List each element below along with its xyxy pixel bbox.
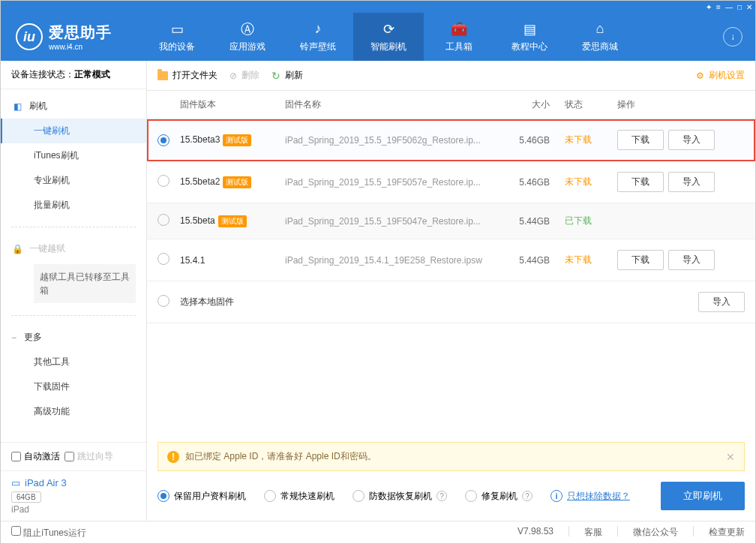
maximize-icon[interactable]: □ <box>737 3 742 11</box>
sidebar-dl-firmware[interactable]: 下载固件 <box>1 374 146 399</box>
refresh-icon: ↻ <box>272 70 280 82</box>
firmware-row[interactable]: 15.5beta2测试版 iPad_Spring_2019_15.5_19F50… <box>147 161 755 203</box>
sidebar-itunes-flash[interactable]: iTunes刷机 <box>1 143 146 168</box>
tablet-icon: ▭ <box>11 477 20 488</box>
sidebar-jailbreak-title[interactable]: 🔒 一键越狱 <box>1 236 146 261</box>
radio-button[interactable] <box>158 253 170 265</box>
sidebar-other-tools[interactable]: 其他工具 <box>1 350 146 374</box>
alert-text: 如已绑定 Apple ID，请准备好 Apple ID和密码。 <box>185 450 376 463</box>
table-header: 固件版本 固件名称 大小 状态 操作 <box>147 91 755 119</box>
device-capacity: 64GB <box>11 491 41 503</box>
nav-apps[interactable]: Ⓐ应用游戏 <box>212 13 283 61</box>
lock-icon: 🔒 <box>11 243 23 255</box>
window-titlebar: ✦ ≡ — □ ✕ <box>1 1 755 13</box>
flash-icon: ⟳ <box>380 21 397 38</box>
block-itunes-checkbox[interactable]: 阻止iTunes运行 <box>11 526 86 539</box>
auto-activate-checkbox[interactable]: 自动激活 <box>11 450 60 463</box>
logo-icon: iu <box>16 23 43 50</box>
radio-button <box>465 490 477 502</box>
header-nav: iu 爱思助手 www.i4.cn ▭我的设备 Ⓐ应用游戏 ♪铃声壁纸 ⟳智能刷… <box>1 13 755 61</box>
beta-badge: 测试版 <box>218 215 247 227</box>
wechat-link[interactable]: 微信公众号 <box>633 526 678 539</box>
radio-button <box>264 490 276 502</box>
radio-button[interactable] <box>158 134 170 146</box>
radio-button <box>352 490 364 502</box>
fw-size: 5.46GB <box>505 177 565 188</box>
opt-normal[interactable]: 常规快速刷机 <box>264 490 334 503</box>
toolbar: 打开文件夹 ⊘ 删除 ↻ 刷新 ⚙ 刷机设置 <box>147 61 755 91</box>
radio-button[interactable] <box>158 295 170 307</box>
fw-version: 15.5beta3 <box>180 134 220 145</box>
help-icon[interactable]: ? <box>436 491 447 501</box>
download-button[interactable]: 下载 <box>617 172 664 192</box>
nav-ringtones[interactable]: ♪铃声壁纸 <box>283 13 353 61</box>
refresh-button[interactable]: ↻ 刷新 <box>272 69 303 82</box>
fw-version: 15.4.1 <box>180 255 205 266</box>
music-icon: ♪ <box>310 21 326 38</box>
import-button[interactable]: 导入 <box>668 250 715 270</box>
connection-mode: 正常模式 <box>74 69 110 80</box>
flash-now-button[interactable]: 立即刷机 <box>661 482 745 510</box>
download-button[interactable]: 下载 <box>617 250 664 270</box>
erase-data-link[interactable]: i只想抹除数据？ <box>550 490 630 503</box>
flash-options: 保留用户资料刷机 常规快速刷机 防数据恢复刷机? 修复刷机? i只想抹除数据？ … <box>147 471 755 521</box>
sidebar-more-title[interactable]: 更多 <box>1 325 146 350</box>
fw-size: 5.44GB <box>505 216 565 227</box>
book-icon: ▤ <box>521 21 538 38</box>
opt-anti-recovery[interactable]: 防数据恢复刷机? <box>352 490 447 503</box>
sidebar-advanced[interactable]: 高级功能 <box>1 399 146 424</box>
local-firmware-row[interactable]: 选择本地固件 导入 <box>147 281 755 323</box>
fw-filename: iPad_Spring_2019_15.5_19F5062g_Restore.i… <box>285 135 505 146</box>
radio-button[interactable] <box>158 214 170 226</box>
apps-icon: Ⓐ <box>239 21 256 38</box>
sidebar-batch-flash[interactable]: 批量刷机 <box>1 193 146 218</box>
jailbreak-notice: 越狱工具已转移至工具箱 <box>34 264 136 303</box>
sidebar-oneclick-flash[interactable]: 一键刷机 <box>1 119 146 143</box>
toolbox-icon: 🧰 <box>451 21 467 38</box>
import-button[interactable]: 导入 <box>668 172 715 192</box>
firmware-row[interactable]: 15.5beta3测试版 iPad_Spring_2019_15.5_19F50… <box>147 119 755 161</box>
header-download[interactable]: ↓ <box>718 27 748 47</box>
nav-toolbox[interactable]: 🧰工具箱 <box>424 13 494 61</box>
col-action: 操作 <box>617 98 745 111</box>
download-button[interactable]: 下载 <box>617 130 664 150</box>
opt-keep-data[interactable]: 保留用户资料刷机 <box>158 490 246 503</box>
nav-store[interactable]: ⌂爱思商城 <box>565 13 635 61</box>
main-nav: ▭我的设备 Ⓐ应用游戏 ♪铃声壁纸 ⟳智能刷机 🧰工具箱 ▤教程中心 ⌂爱思商城 <box>142 13 718 61</box>
warning-icon: ! <box>167 451 179 463</box>
sidebar-flash-title[interactable]: ◧ 刷机 <box>1 94 146 119</box>
device-name[interactable]: ▭ iPad Air 3 <box>11 477 136 488</box>
flash-settings-button[interactable]: ⚙ 刷机设置 <box>696 69 745 82</box>
fw-version: 15.5beta <box>180 215 215 226</box>
delete-button[interactable]: ⊘ 删除 <box>230 69 260 82</box>
device-icon: ▭ <box>169 21 185 38</box>
download-icon: ↓ <box>723 27 742 47</box>
fw-status: 已下载 <box>565 215 617 227</box>
radio-button[interactable] <box>158 175 170 187</box>
import-button[interactable]: 导入 <box>698 292 745 312</box>
opt-repair[interactable]: 修复刷机? <box>465 490 532 503</box>
import-button[interactable]: 导入 <box>668 130 715 150</box>
beta-badge: 测试版 <box>223 134 251 146</box>
close-icon[interactable]: ✕ <box>746 3 752 11</box>
fw-size: 5.46GB <box>505 135 565 146</box>
nav-my-device[interactable]: ▭我的设备 <box>142 13 212 61</box>
check-update-link[interactable]: 检查更新 <box>709 526 745 539</box>
store-icon: ⌂ <box>592 21 608 38</box>
firmware-row[interactable]: 15.4.1 iPad_Spring_2019_15.4.1_19E258_Re… <box>147 239 755 281</box>
minimize-icon[interactable]: — <box>725 3 733 11</box>
sidebar-pro-flash[interactable]: 专业刷机 <box>1 168 146 193</box>
flash-small-icon: ◧ <box>11 101 23 113</box>
help-icon[interactable]: ? <box>522 491 532 501</box>
nav-tutorials[interactable]: ▤教程中心 <box>494 13 565 61</box>
open-folder-button[interactable]: 打开文件夹 <box>158 69 218 82</box>
fw-status: 未下载 <box>565 254 617 266</box>
skip-guide-checkbox[interactable]: 跳过向导 <box>64 450 113 463</box>
alert-close-icon[interactable]: ✕ <box>726 451 735 463</box>
brand-name: 爱思助手 <box>49 24 112 41</box>
titlebar-btn-1[interactable]: ✦ <box>706 3 712 11</box>
firmware-row[interactable]: 15.5beta测试版 iPad_Spring_2019_15.5_19F504… <box>147 203 755 239</box>
titlebar-btn-2[interactable]: ≡ <box>716 3 721 11</box>
nav-flash[interactable]: ⟳智能刷机 <box>353 13 424 61</box>
support-link[interactable]: 客服 <box>584 526 602 539</box>
